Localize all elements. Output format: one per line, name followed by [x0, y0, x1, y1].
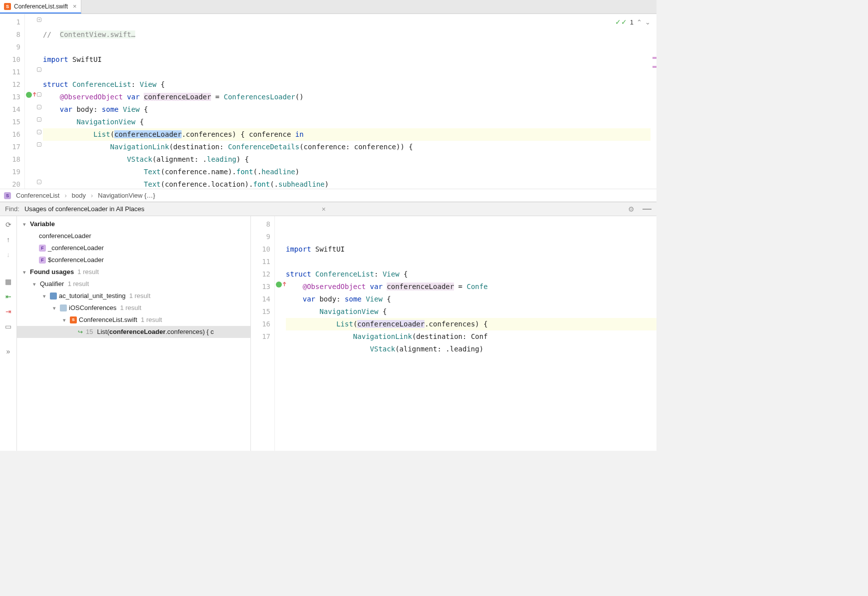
jump-icon: ↪: [78, 326, 83, 337]
arrow-down-icon[interactable]: ↓: [4, 250, 13, 259]
tree-node-variable[interactable]: ▾ Variable: [17, 218, 250, 230]
arrow-up-icon[interactable]: ↑: [4, 235, 13, 244]
tree-node-found-usages[interactable]: ▾ Found usages 1 result: [17, 266, 250, 278]
find-title: Usages of conferenceLoader in All Places: [24, 205, 317, 213]
tab-filename: ConferenceList.swift: [14, 3, 68, 10]
tab-conferencelist[interactable]: S ConferenceList.swift ×: [0, 0, 81, 13]
field-icon: F: [39, 245, 46, 252]
merge-left-icon[interactable]: ⇤: [4, 292, 13, 301]
swift-file-icon: S: [70, 316, 77, 323]
project-icon: [50, 293, 57, 299]
swift-file-icon: S: [4, 3, 11, 10]
fold-strip: + - - - - - - -: [36, 14, 43, 189]
tree-node-module[interactable]: ▾ iOSConferences 1 result: [17, 302, 250, 314]
inspection-widget[interactable]: ✓✓ 1 ⌃ ⌄: [615, 18, 651, 26]
selected-symbol: conferenceLoader: [114, 130, 182, 138]
find-toolbar: ⟳ ↑ ↓ ▦ ⇤ ⇥ ▭ »: [0, 216, 17, 451]
main-editor[interactable]: 1891011121314151617181920 ➔ + - - - - - …: [0, 14, 656, 189]
close-icon[interactable]: ×: [73, 2, 77, 10]
close-icon[interactable]: ×: [322, 205, 326, 213]
preview-gutter: 891011121314151617: [251, 216, 275, 451]
fold-icon[interactable]: -: [37, 130, 41, 134]
code-area[interactable]: // ContentView.swift… import SwiftUI str…: [43, 14, 656, 189]
gutter-markers: ➔: [25, 14, 36, 189]
stripe-marker[interactable]: [652, 66, 656, 68]
crumb-nav[interactable]: NavigationView {…}: [98, 192, 155, 199]
chevron-down-icon[interactable]: ▾: [21, 267, 28, 278]
fold-icon[interactable]: -: [37, 105, 41, 109]
line-gutter: 1891011121314151617181920: [0, 14, 25, 189]
find-label: Find:: [5, 205, 19, 213]
chevron-down-icon[interactable]: ▾: [51, 302, 58, 313]
merge-right-icon[interactable]: ⇥: [4, 307, 13, 316]
override-up-icon[interactable]: ➔: [281, 282, 288, 287]
folder-icon: [60, 304, 67, 311]
preview-code[interactable]: import SwiftUI struct ConferenceList: Vi…: [286, 216, 656, 451]
breadcrumb: S ConferenceList › body › NavigationView…: [0, 189, 656, 202]
tree-node-file[interactable]: ▾ S ConferenceList.swift 1 result: [17, 314, 250, 326]
chevron-down-icon[interactable]: ▾: [61, 314, 68, 325]
tree-node-project[interactable]: ▾ ac_tutorial_unit_testing 1 result: [17, 290, 250, 302]
struct-icon: S: [4, 192, 11, 199]
tree-node-usage-hit[interactable]: ↪ 15 List(conferenceLoader.conferences) …: [17, 326, 250, 338]
rerun-icon[interactable]: ⟳: [4, 220, 13, 229]
inspection-count: 1: [630, 18, 634, 26]
chevron-icon: ›: [91, 192, 93, 199]
fold-icon[interactable]: -: [37, 92, 41, 97]
tree-node-qualifier[interactable]: ▾ Qualifier 1 result: [17, 278, 250, 290]
field-icon: F: [39, 257, 46, 264]
stripe-marker[interactable]: [652, 57, 656, 59]
export-icon[interactable]: ▭: [4, 322, 13, 331]
minimize-icon[interactable]: —: [643, 204, 651, 214]
crumb-body[interactable]: body: [72, 192, 86, 199]
error-stripe[interactable]: [651, 14, 656, 189]
fold-icon[interactable]: -: [37, 117, 41, 122]
find-usages-panel: Find: Usages of conferenceLoader in All …: [0, 202, 656, 451]
chevron-icon: ›: [64, 192, 66, 199]
usage-preview-editor[interactable]: 891011121314151617 ➔ import SwiftUI stru…: [251, 216, 656, 451]
chevron-down-icon[interactable]: ▾: [41, 291, 48, 301]
fold-icon[interactable]: -: [37, 67, 41, 72]
usages-tree[interactable]: ▾ Variable conferenceLoader F _conferenc…: [17, 216, 251, 451]
more-icon[interactable]: »: [4, 347, 13, 356]
fold-icon[interactable]: +: [37, 17, 41, 22]
crumb-struct[interactable]: ConferenceList: [16, 192, 59, 199]
chevron-down-icon[interactable]: ▾: [21, 219, 28, 230]
chevron-up-icon[interactable]: ⌃: [637, 18, 642, 26]
tree-node-var-plain[interactable]: conferenceLoader: [17, 230, 250, 242]
checkmark-icon: ✓✓: [615, 18, 627, 26]
fold-icon[interactable]: -: [37, 142, 41, 147]
chevron-down-icon[interactable]: ▾: [31, 279, 38, 290]
editor-tab-bar: S ConferenceList.swift ×: [0, 0, 656, 14]
group-icon[interactable]: ▦: [4, 277, 13, 286]
preview-markers: ➔: [275, 216, 286, 451]
chevron-down-icon[interactable]: ⌄: [645, 18, 651, 26]
fold-icon[interactable]: -: [37, 180, 41, 184]
find-header: Find: Usages of conferenceLoader in All …: [0, 202, 656, 216]
tree-node-var-underscore[interactable]: F _conferenceLoader: [17, 242, 250, 254]
tree-node-var-dollar[interactable]: F $conferenceLoader: [17, 254, 250, 266]
gear-icon[interactable]: ⚙: [628, 205, 635, 213]
